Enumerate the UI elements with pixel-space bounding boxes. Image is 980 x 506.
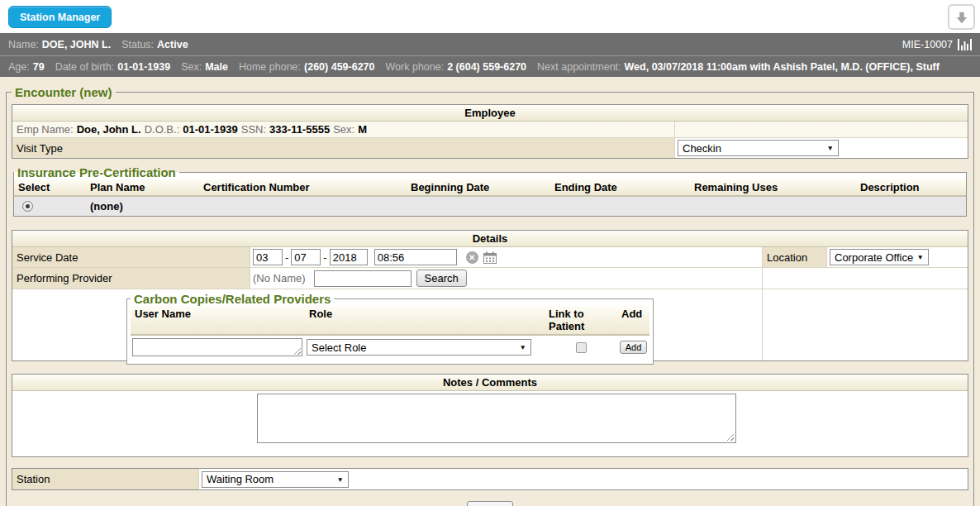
emp-sex-value: M [358,123,367,136]
home-phone-label: Home phone: [239,61,301,73]
top-bar: Station Manager [0,0,980,33]
visit-type-select[interactable]: Checkin [678,140,839,156]
sex-label: Sex: [181,61,202,73]
work-phone-label: Work phone: [386,61,445,73]
service-date-year-input[interactable] [330,249,368,265]
emp-ssn-label: SSN: [241,123,266,136]
encounter-legend: Encounter (new) [12,85,116,99]
emp-name-label: Emp Name: [17,123,74,136]
carbon-copies-section: Carbon Copies/Related Providers User Nam… [126,292,654,365]
col-beginning-date: Beginning Date [407,179,550,196]
col-user-name: User Name [131,306,305,335]
performing-provider-input[interactable] [314,270,412,287]
insurance-table: Select Plan Name Certification Number Be… [14,179,966,216]
main-content: Encounter (new) Employee Emp Name: Doe, … [0,77,980,505]
col-role: Role [305,306,545,335]
date-separator: - [285,251,288,264]
age-value: 79 [33,61,45,73]
status-label: Status: [121,39,154,50]
home-phone-value: (260) 459-6270 [304,61,374,73]
service-date-month-input[interactable] [253,249,283,265]
down-arrow-icon [954,10,969,25]
station-table: Station Waiting Room [12,468,968,490]
notes-table: Notes / Comments [12,374,968,457]
location-select[interactable]: Corporate Office [830,249,929,265]
service-date-day-input[interactable] [291,249,321,265]
carbon-copies-legend: Carbon Copies/Related Providers [131,292,334,306]
employee-info-row: Emp Name: Doe, John L. D.O.B.: 01-01-193… [12,122,968,138]
performing-provider-row: Performing Provider (No Name) Search [12,268,968,289]
emp-sex-label: Sex: [333,123,354,136]
emp-name-value: Doe, John L. [77,123,141,136]
details-table: Details Service Date - - ✕ [12,230,968,361]
patient-header-bar: Name: DOE, JOHN L. Status: Active MIE-10… [0,33,980,55]
bar-chart-icon[interactable] [958,39,972,50]
station-label: Station [17,473,50,485]
insurance-precert-section: Insurance Pre-Certification Select Plan … [13,165,967,217]
carbon-copies-row: Carbon Copies/Related Providers User Nam… [12,289,968,360]
patient-demographics-bar: Age: 79 Date of birth: 01-01-1939 Sex: M… [0,55,980,77]
col-plan-name: Plan Name [86,179,199,196]
station-manager-tab[interactable]: Station Manager [8,6,112,28]
emp-ssn-value: 333-11-5555 [269,123,330,136]
calendar-icon[interactable] [483,251,497,264]
service-date-row: Service Date - - ✕ [12,247,968,268]
location-value: Corporate Office [835,251,913,264]
visit-type-value: Checkin [683,142,721,155]
employee-header: Employee [12,105,968,122]
performing-provider-name: (No Name) [253,272,306,284]
sex-value: Male [205,61,228,73]
role-value: Select Role [312,341,366,354]
visit-type-row: Visit Type Checkin [12,138,968,158]
insurance-plan-name: (none) [86,197,966,216]
save-button[interactable]: Save [467,501,513,506]
dob-label: Date of birth: [55,61,115,73]
save-row: Save [12,501,968,506]
link-to-patient-checkbox[interactable] [576,342,587,353]
patient-id: MIE-10007 [902,39,953,50]
performing-provider-label: Performing Provider [17,272,112,284]
visit-type-label: Visit Type [17,142,63,155]
col-link-to-patient: Link to Patient [545,306,617,335]
col-ending-date: Ending Date [550,179,690,196]
col-remaining-uses: Remaining Uses [690,179,856,196]
next-appointment-label: Next appointment: [537,61,621,73]
notes-header: Notes / Comments [12,375,968,391]
work-phone-value: 2 (604) 559-6270 [447,61,526,73]
name-label: Name: [8,39,39,50]
age-label: Age: [8,61,30,73]
search-button[interactable]: Search [416,270,467,287]
patient-name: DOE, JOHN L. [42,39,111,50]
service-time-input[interactable] [374,249,457,265]
notes-textarea[interactable] [257,394,736,443]
carbon-copies-table: User Name Role Link to Patient Add [131,306,649,359]
col-cert-number: Certification Number [199,179,407,196]
role-select[interactable]: Select Role [307,339,531,356]
emp-dob-label: D.O.B.: [145,123,180,136]
date-separator2: - [323,251,326,264]
collapse-button[interactable] [948,4,975,30]
station-value: Waiting Room [207,473,274,485]
add-button[interactable]: Add [620,341,648,354]
user-name-input[interactable] [132,338,302,356]
col-select: Select [14,179,86,196]
col-description: Description [856,179,966,196]
clear-date-icon[interactable]: ✕ [466,251,478,264]
details-header: Details [12,231,968,247]
insurance-precert-legend: Insurance Pre-Certification [14,165,179,179]
dob-value: 01-01-1939 [117,61,170,73]
insurance-row-none: (none) [14,197,966,216]
location-label: Location [767,251,807,264]
emp-dob-value: 01-01-1939 [183,123,238,136]
notes-row [12,391,968,456]
station-select[interactable]: Waiting Room [202,471,349,488]
col-add: Add [617,306,649,335]
patient-status: Active [157,39,188,50]
encounter-section: Encounter (new) Employee Emp Name: Doe, … [6,85,974,506]
employee-table: Employee Emp Name: Doe, John L. D.O.B.: … [12,104,968,159]
next-appointment-value: Wed, 03/07/2018 11:00am with Ashish Pate… [625,61,940,73]
insurance-select-radio[interactable] [22,201,33,212]
service-date-label: Service Date [17,251,78,264]
